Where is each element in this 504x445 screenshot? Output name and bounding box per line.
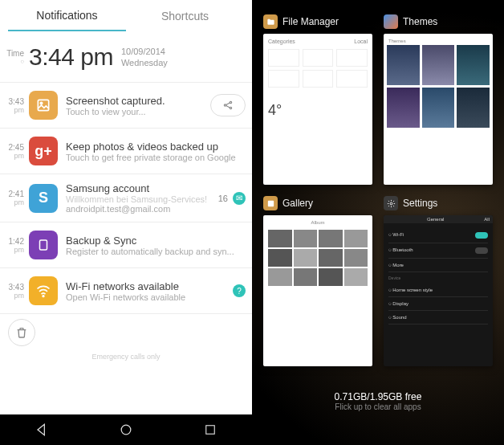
svg-point-1 [40,102,43,104]
recent-app-card[interactable]: Gallery Album [263,196,372,366]
wifi-icon [29,276,58,305]
card-thumbnail: Themes [384,34,493,185]
file-manager-icon [263,14,278,29]
recent-app-card[interactable]: File Manager CategoriesLocal 4° [263,14,372,185]
share-button[interactable] [210,94,246,116]
trash-row [0,314,252,351]
card-thumbnail: Album [263,215,372,366]
notification-subtitle: Touch to get free private storage on Goo… [66,153,246,162]
svg-point-10 [390,202,392,205]
notification-item[interactable]: 3:43 pm Wi-Fi networks available Open Wi… [0,268,252,314]
notification-title: Backup & Sync [66,235,246,247]
memory-footer: 0.71GB/1.95GB free Flick up to clear all… [263,386,493,414]
current-time: 3:44 pm [29,43,113,71]
current-date: 10/09/2014 Wednesday [121,46,168,69]
back-button[interactable] [30,418,54,442]
recent-app-card[interactable]: Settings GeneralAll ○ Wi-Fi ○ Bluetooth … [384,196,493,366]
notification-subtitle: Register to automatically backup and syn… [66,247,246,256]
tab-notifications[interactable]: Notifications [8,1,126,31]
notification-count: 16 [218,194,228,203]
notification-subtitle2: Willkommen bei Samsung-Services! [66,194,215,204]
time-column-header: Time ○ [0,49,29,65]
google-plus-icon: g+ [29,137,58,165]
svg-rect-9 [267,200,273,206]
notification-item[interactable]: 2:45 pm g+ Keep photos & videos backed u… [0,129,252,174]
notification-item[interactable]: 3:43 pm Screenshot captured. Touch to vi… [0,83,252,129]
recent-apps-button[interactable] [198,418,222,442]
recent-apps-grid: File Manager CategoriesLocal 4° Themes [263,14,493,386]
svg-rect-0 [38,100,48,110]
svg-rect-5 [40,240,47,250]
tab-shortcuts[interactable]: Shortcuts [126,2,244,31]
card-thumbnail: CategoriesLocal 4° [263,34,372,185]
clock-row: Time ○ 3:44 pm 10/09/2014 Wednesday [0,32,252,83]
settings-icon [384,196,398,210]
clear-all-button[interactable] [8,319,35,346]
clear-hint: Flick up to clear all apps [263,402,493,411]
card-thumbnail: GeneralAll ○ Wi-Fi ○ Bluetooth ○ More De… [384,215,493,366]
card-title: Themes [403,16,437,27]
notification-timestamp: 3:43 pm [0,283,29,300]
notification-subtitle: androidpit.test@gmail.com [66,204,215,214]
notification-timestamp: 2:41 pm [0,190,29,206]
help-dot-icon: ? [233,284,246,297]
svg-rect-8 [205,426,214,435]
gallery-icon [263,196,278,210]
memory-used: 0.71GB [335,391,368,402]
card-title: File Manager [282,16,339,27]
svg-point-4 [230,107,231,108]
samsung-icon: S [29,184,58,213]
memory-total: 1.95GB [370,391,403,402]
card-title: Settings [403,198,437,209]
home-button[interactable] [114,418,138,442]
svg-point-6 [43,296,44,297]
emergency-calls-label: Emergency calls only [0,351,252,364]
notification-timestamp: 2:45 pm [0,143,29,160]
notification-badges: ? [233,284,246,297]
notification-title: Samsung account [66,182,215,194]
notification-item[interactable]: 2:41 pm S Samsung account Willkommen bei… [0,174,252,222]
card-title: Gallery [282,198,313,209]
notification-badges: 16 ✉ [218,192,246,205]
notification-title: Screenshot captured. [66,95,205,107]
themes-icon [384,14,398,29]
notification-timestamp: 1:42 pm [0,237,29,254]
backup-sync-icon [29,231,58,259]
nav-bar [0,414,252,445]
panel-tabs: Notifications Shortcuts [0,0,252,32]
svg-point-7 [121,425,131,435]
notification-panel: Notifications Shortcuts Time ○ 3:44 pm 1… [0,0,252,445]
notification-subtitle: Open Wi-Fi networks available [66,292,230,302]
svg-point-3 [230,101,231,103]
recent-app-card[interactable]: Themes Themes [384,14,493,185]
notification-subtitle: Touch to view your... [66,107,205,116]
notification-title: Keep photos & videos backed up [66,141,246,153]
recent-apps-screen: File Manager CategoriesLocal 4° Themes [252,0,504,445]
info-dot-icon: ✉ [233,192,246,205]
notification-title: Wi-Fi networks available [66,280,230,292]
notification-timestamp: 3:43 pm [0,97,29,114]
screenshot-icon [29,91,58,120]
notification-item[interactable]: 1:42 pm Backup & Sync Register to automa… [0,222,252,268]
svg-point-2 [224,104,226,106]
